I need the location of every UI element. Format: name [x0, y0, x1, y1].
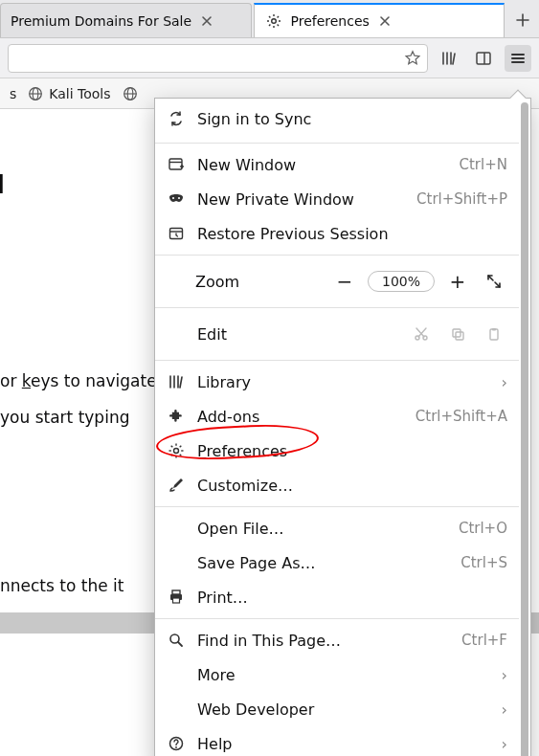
menu-new-private-window[interactable]: New Private Window Ctrl+Shift+P: [155, 182, 519, 216]
menu-shortcut: Ctrl+F: [461, 632, 507, 649]
menu-label: Customize…: [197, 477, 507, 495]
svg-rect-25: [453, 329, 460, 337]
svg-line-35: [180, 455, 182, 456]
menu-label: Print…: [197, 589, 507, 607]
zoom-percent[interactable]: 100%: [368, 271, 435, 292]
menu-new-window[interactable]: New Window Ctrl+N: [155, 147, 519, 182]
menu-label: Sign in to Sync: [197, 110, 507, 128]
sync-icon: [167, 109, 186, 128]
svg-point-19: [172, 197, 174, 199]
menu-separator: [155, 307, 519, 308]
menu-label: More: [197, 666, 490, 684]
menu-print[interactable]: Print…: [155, 580, 519, 614]
chevron-right-icon: ›: [502, 373, 507, 391]
paste-button[interactable]: [481, 321, 507, 347]
cut-button[interactable]: [408, 321, 435, 347]
menu-zoom-row: Zoom − 100% +: [155, 259, 519, 303]
menu-shortcut: Ctrl+Shift+A: [415, 408, 507, 425]
tab-premium-domains[interactable]: Premium Domains For Sale: [0, 3, 252, 37]
hamburger-menu-button[interactable]: [505, 45, 531, 72]
bookmark-item-truncated[interactable]: s: [10, 86, 16, 101]
bookmark-item-kali-tools[interactable]: Kali Tools: [28, 86, 110, 101]
library-icon[interactable]: [436, 45, 462, 72]
toolbar: [0, 38, 539, 78]
menu-more[interactable]: More ›: [155, 657, 519, 692]
menu-preferences[interactable]: Preferences: [155, 434, 519, 468]
menu-separator: [155, 360, 519, 361]
menu-edit-row: Edit: [155, 312, 519, 356]
svg-line-42: [178, 642, 182, 646]
menu-sign-in-sync[interactable]: Sign in to Sync: [155, 99, 519, 139]
menu-label: Library: [197, 373, 490, 391]
bookmark-label: Kali Tools: [49, 86, 110, 101]
chevron-right-icon: ›: [502, 666, 507, 684]
menu-shortcut: Ctrl+N: [460, 156, 507, 173]
tab-title: Premium Domains For Sale: [11, 13, 191, 29]
svg-rect-17: [169, 159, 182, 169]
chevron-right-icon: ›: [502, 735, 507, 753]
menu-shortcut: Ctrl+Shift+P: [416, 190, 507, 208]
new-window-icon: [167, 155, 186, 174]
svg-line-34: [171, 446, 173, 448]
svg-rect-28: [492, 328, 496, 331]
svg-line-36: [180, 446, 182, 448]
menu-label: Preferences: [197, 442, 507, 460]
gear-icon: [167, 441, 186, 460]
svg-rect-38: [172, 590, 180, 594]
svg-rect-9: [477, 53, 490, 64]
close-icon[interactable]: [199, 13, 214, 29]
svg-point-29: [174, 449, 179, 454]
svg-rect-40: [173, 598, 180, 603]
zoom-out-button[interactable]: −: [331, 268, 358, 295]
new-tab-button[interactable]: [506, 3, 539, 37]
svg-rect-26: [456, 332, 463, 340]
star-icon[interactable]: [404, 50, 421, 67]
svg-line-7: [277, 16, 278, 17]
gear-icon: [264, 11, 283, 31]
menu-help[interactable]: Help ›: [155, 726, 519, 756]
menu-web-developer[interactable]: Web Developer ›: [155, 692, 519, 726]
menu-find[interactable]: Find in This Page… Ctrl+F: [155, 623, 519, 657]
svg-point-0: [271, 19, 276, 24]
menu-open-file[interactable]: Open File… Ctrl+O: [155, 511, 519, 545]
svg-point-44: [175, 746, 177, 748]
app-menu-popup: Sign in to Sync New Window Ctrl+N New Pr…: [154, 98, 531, 756]
zoom-label: Zoom: [195, 273, 322, 291]
menu-label: Find in This Page…: [197, 632, 450, 650]
menu-library[interactable]: Library ›: [155, 365, 519, 399]
menu-label: Help: [197, 735, 490, 753]
menu-label: Save Page As…: [197, 554, 449, 572]
close-icon[interactable]: [377, 13, 393, 29]
search-icon: [167, 631, 186, 650]
menu-separator: [155, 618, 519, 619]
menu-addons[interactable]: Add-ons Ctrl+Shift+A: [155, 399, 519, 434]
svg-line-8: [269, 25, 270, 26]
tab-title: Preferences: [291, 13, 370, 29]
fullscreen-button[interactable]: [481, 268, 507, 295]
printer-icon: [167, 588, 186, 607]
menu-separator: [155, 143, 519, 144]
menu-customize[interactable]: Customize…: [155, 468, 519, 502]
tab-preferences[interactable]: Preferences: [254, 3, 505, 37]
paintbrush-icon: [167, 476, 186, 495]
sidebar-icon[interactable]: [470, 45, 497, 72]
svg-line-6: [277, 25, 278, 26]
menu-label: Restore Previous Session: [197, 225, 507, 243]
menu-label: Add-ons: [197, 408, 404, 426]
zoom-in-button[interactable]: +: [444, 268, 471, 295]
svg-line-5: [269, 16, 270, 17]
help-icon: [167, 734, 186, 753]
popup-scrollbar[interactable]: [519, 99, 530, 756]
url-bar[interactable]: [8, 44, 428, 73]
library-icon: [167, 372, 186, 391]
edit-label: Edit: [197, 325, 398, 344]
globe-icon[interactable]: [123, 86, 138, 101]
mask-icon: [167, 189, 186, 209]
menu-restore-session[interactable]: Restore Previous Session: [155, 216, 519, 251]
menu-separator: [155, 506, 519, 507]
puzzle-icon: [167, 407, 186, 426]
menu-label: Web Developer: [197, 700, 490, 719]
copy-button[interactable]: [444, 321, 471, 347]
menu-shortcut: Ctrl+O: [459, 520, 507, 537]
menu-save-page[interactable]: Save Page As… Ctrl+S: [155, 545, 519, 580]
